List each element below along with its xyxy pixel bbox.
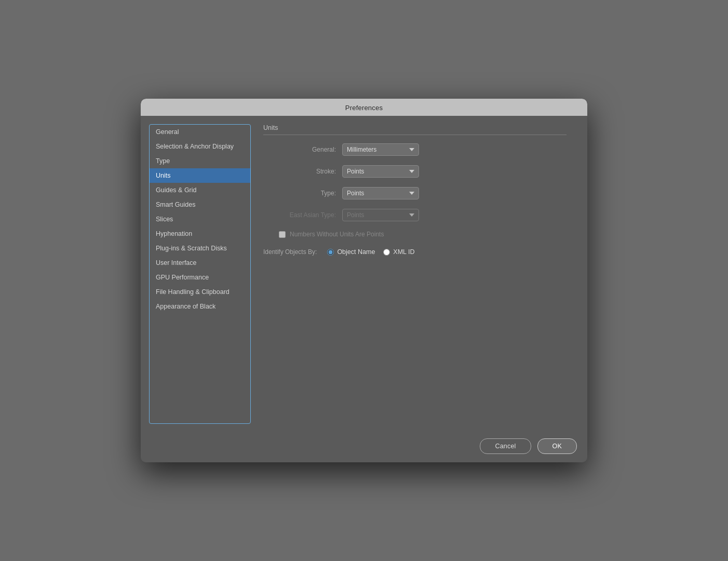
sidebar-item-user-interface[interactable]: User Interface [150, 256, 250, 270]
sidebar-item-general[interactable]: General [150, 125, 250, 139]
sidebar-item-selection-anchor[interactable]: Selection & Anchor Display [150, 139, 250, 154]
east-asian-select[interactable]: Points Picas Inches Millimeters Centimet… [342, 209, 419, 221]
east-asian-field-group: East Asian Type: Points Picas Inches Mil… [263, 209, 567, 221]
cancel-button[interactable]: Cancel [480, 438, 531, 454]
sidebar-item-hyphenation[interactable]: Hyphenation [150, 226, 250, 241]
radio-xml-id[interactable] [383, 249, 390, 256]
sidebar-item-smart-guides[interactable]: Smart Guides [150, 197, 250, 212]
general-select[interactable]: Millimeters Points Picas Inches Centimet… [342, 143, 419, 156]
radio-object-name-option[interactable]: Object Name [327, 248, 375, 256]
radio-xml-id-option[interactable]: XML ID [383, 248, 414, 256]
radio-object-name-label: Object Name [337, 248, 375, 256]
sidebar-item-appearance-black[interactable]: Appearance of Black [150, 299, 250, 314]
stroke-field-group: Stroke: Points Picas Inches Millimeters … [263, 165, 567, 178]
sidebar-item-units[interactable]: Units [150, 168, 250, 183]
numbers-without-units-group: Numbers Without Units Are Points [279, 231, 567, 238]
section-title: Units [263, 124, 567, 135]
sidebar-item-guides-grid[interactable]: Guides & Grid [150, 183, 250, 197]
type-select[interactable]: Points Picas Inches Millimeters Centimet… [342, 187, 419, 199]
radio-xml-id-label: XML ID [393, 248, 414, 256]
sidebar-item-file-handling[interactable]: File Handling & Clipboard [150, 285, 250, 299]
ok-button[interactable]: OK [537, 438, 577, 454]
identify-objects-label: Identify Objects By: [263, 248, 317, 256]
type-label: Type: [263, 190, 336, 197]
general-field-group: General: Millimeters Points Picas Inches… [263, 143, 567, 156]
sidebar-item-type[interactable]: Type [150, 154, 250, 168]
radio-object-name[interactable] [327, 249, 334, 256]
identify-objects-group: Identify Objects By: Object Name XML ID [263, 248, 567, 256]
footer: Cancel OK [141, 432, 587, 462]
numbers-without-units-checkbox[interactable] [279, 231, 286, 238]
main-panel: Units General: Millimeters Points Picas … [251, 124, 579, 424]
general-label: General: [263, 146, 336, 153]
east-asian-label: East Asian Type: [263, 211, 336, 219]
dialog-title: Preferences [345, 104, 383, 112]
type-field-group: Type: Points Picas Inches Millimeters Ce… [263, 187, 567, 199]
title-bar: Preferences [141, 99, 587, 116]
sidebar-item-slices[interactable]: Slices [150, 212, 250, 226]
numbers-without-units-label: Numbers Without Units Are Points [290, 231, 384, 238]
sidebar-item-plugins[interactable]: Plug-ins & Scratch Disks [150, 241, 250, 256]
content-area: General Selection & Anchor Display Type … [141, 116, 587, 432]
preferences-dialog: Preferences General Selection & Anchor D… [141, 99, 587, 462]
stroke-label: Stroke: [263, 168, 336, 175]
sidebar: General Selection & Anchor Display Type … [149, 124, 251, 424]
sidebar-item-gpu-performance[interactable]: GPU Performance [150, 270, 250, 285]
stroke-select[interactable]: Points Picas Inches Millimeters Centimet… [342, 165, 419, 178]
